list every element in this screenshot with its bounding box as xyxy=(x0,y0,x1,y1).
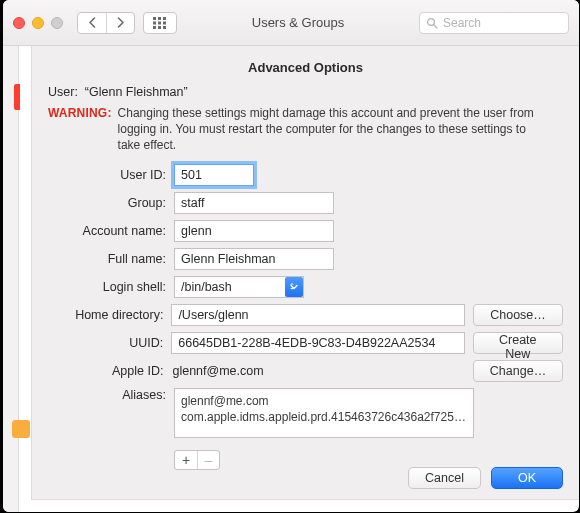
full-name-input[interactable] xyxy=(174,248,334,270)
alias-row[interactable]: com.apple.idms.appleid.prd.415463726c436… xyxy=(181,409,467,426)
remove-alias-button: – xyxy=(197,451,219,469)
search-field[interactable]: Search xyxy=(419,12,569,34)
login-shell-combo[interactable] xyxy=(174,276,304,298)
back-button[interactable] xyxy=(78,13,106,33)
svg-rect-2 xyxy=(163,17,166,20)
warning-text: Changing these settings might damage thi… xyxy=(118,105,548,154)
svg-rect-8 xyxy=(163,26,166,29)
zoom-window-button[interactable] xyxy=(51,17,63,29)
svg-rect-3 xyxy=(153,21,156,24)
svg-rect-5 xyxy=(163,21,166,24)
svg-rect-4 xyxy=(158,21,161,24)
group-input[interactable] xyxy=(174,192,334,214)
sidebar-hint xyxy=(3,46,19,512)
form: User ID: Group: Account name: Full name:… xyxy=(48,164,563,470)
label-login-shell: Login shell: xyxy=(48,280,166,294)
create-new-button[interactable]: Create New xyxy=(473,332,563,354)
alias-add-remove: + – xyxy=(174,450,220,470)
sidebar-selection-stripe xyxy=(14,84,20,110)
ok-button[interactable]: OK xyxy=(491,467,563,489)
change-button[interactable]: Change… xyxy=(473,360,563,382)
sheet-heading: Advanced Options xyxy=(48,60,563,75)
advanced-options-sheet: Advanced Options User: “Glenn Fleishman”… xyxy=(31,46,579,500)
alias-row[interactable]: glennf@me.com xyxy=(181,393,467,410)
svg-line-10 xyxy=(434,25,437,28)
warning-label: WARNING: xyxy=(48,105,112,154)
forward-button[interactable] xyxy=(106,13,134,33)
search-placeholder: Search xyxy=(443,16,481,30)
apple-id-value: glennf@me.com xyxy=(171,364,465,378)
svg-rect-6 xyxy=(153,26,156,29)
label-home-dir: Home directory: xyxy=(48,308,163,322)
window-controls xyxy=(13,17,63,29)
nav-back-forward xyxy=(77,12,135,34)
sidebar-icon-peek xyxy=(12,420,30,438)
search-icon xyxy=(426,17,438,29)
svg-rect-7 xyxy=(158,26,161,29)
show-all-button[interactable] xyxy=(143,12,177,34)
label-group: Group: xyxy=(48,196,166,210)
window-title: Users & Groups xyxy=(185,15,411,30)
sheet-footer: Cancel OK xyxy=(408,467,563,489)
uuid-input[interactable] xyxy=(171,332,464,354)
choose-button[interactable]: Choose… xyxy=(473,304,563,326)
label-user-id: User ID: xyxy=(48,168,166,182)
label-uuid: UUID: xyxy=(48,336,163,350)
minimize-window-button[interactable] xyxy=(32,17,44,29)
account-name-input[interactable] xyxy=(174,220,334,242)
svg-point-9 xyxy=(428,18,435,25)
label-apple-id: Apple ID: xyxy=(48,364,163,378)
close-window-button[interactable] xyxy=(13,17,25,29)
aliases-list[interactable]: glennf@me.com com.apple.idms.appleid.prd… xyxy=(174,388,474,438)
chevron-down-icon[interactable] xyxy=(285,277,303,297)
user-line: User: “Glenn Fleishman” xyxy=(48,85,563,99)
label-full-name: Full name: xyxy=(48,252,166,266)
preferences-window: Users & Groups Search Advanced Options U… xyxy=(3,0,579,512)
svg-rect-0 xyxy=(153,17,156,20)
user-id-input[interactable] xyxy=(174,164,254,186)
home-dir-input[interactable] xyxy=(171,304,465,326)
svg-rect-1 xyxy=(158,17,161,20)
warning-block: WARNING: Changing these settings might d… xyxy=(48,105,563,154)
label-aliases: Aliases: xyxy=(48,388,166,402)
cancel-button[interactable]: Cancel xyxy=(408,467,481,489)
label-account-name: Account name: xyxy=(48,224,166,238)
titlebar: Users & Groups Search xyxy=(3,0,579,46)
add-alias-button[interactable]: + xyxy=(175,451,197,469)
